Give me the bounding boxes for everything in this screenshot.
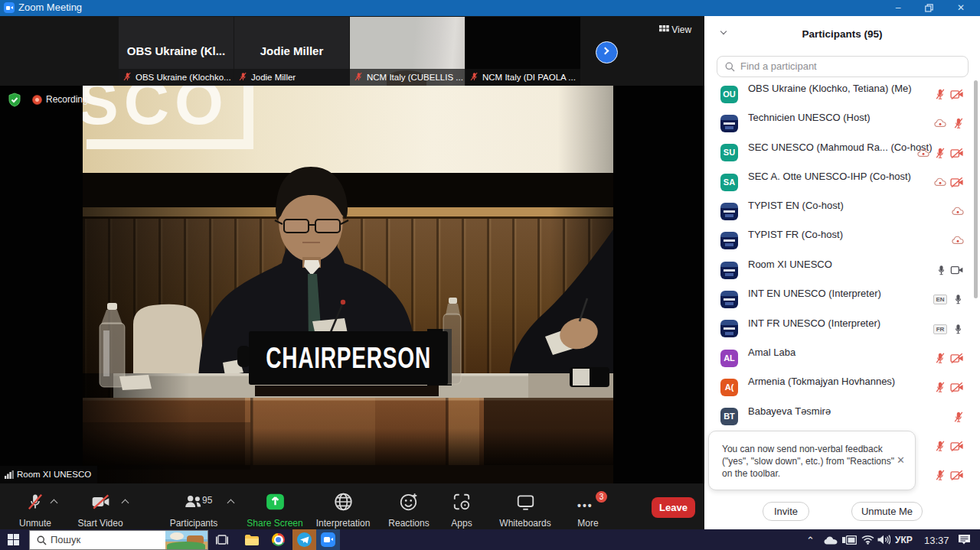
svg-text:CHAIRPERSON: CHAIRPERSON [266, 342, 431, 374]
svg-text:SCO: SCO [83, 86, 229, 137]
